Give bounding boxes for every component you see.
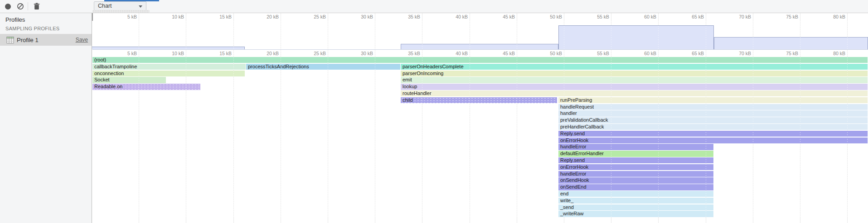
flame-frame[interactable]: write_ <box>558 198 713 204</box>
flame-frame[interactable]: parserOnIncoming <box>401 71 868 76</box>
flame-frame[interactable]: _writeRaw <box>558 211 713 217</box>
flame-frame[interactable]: handler <box>558 110 868 116</box>
axis-tick-label: 20 kB <box>247 51 279 56</box>
flame-frame[interactable]: end <box>558 191 713 197</box>
flame-frame[interactable]: Reply.send <box>558 131 868 137</box>
grid-line <box>139 13 139 223</box>
flame-frame[interactable]: onSendEnd <box>558 184 713 190</box>
axis-tick-label: 60 kB <box>625 14 656 19</box>
axis-tick-label: 75 kB <box>766 51 798 56</box>
axis-tick-label: 55 kB <box>577 51 609 56</box>
clear-icon <box>17 3 24 10</box>
axis-tick-label: 75 kB <box>766 14 798 19</box>
axis-tick-label: 35 kB <box>388 51 420 56</box>
axis-tick-label: 25 kB <box>294 14 326 19</box>
flame-frame[interactable]: emit <box>401 77 868 83</box>
flame-frame[interactable]: parserOnHeadersComplete <box>401 64 868 70</box>
axis-tick-label: 50 kB <box>530 51 562 56</box>
axis-tick-label: 20 kB <box>247 14 279 19</box>
flame-frame[interactable]: callbackTrampoline <box>92 64 246 70</box>
flame-frame[interactable]: handleRequest <box>558 104 868 110</box>
axis-origin-tick <box>92 13 93 21</box>
flame-frame[interactable]: Socket <box>92 77 166 83</box>
profile-table-icon <box>6 36 14 44</box>
grid-line <box>281 13 281 223</box>
axis-tick-label: 25 kB <box>294 51 326 56</box>
profiles-sidebar: Profiles SAMPLING PROFILES Profile 1 Sav… <box>0 13 92 223</box>
overview-segment <box>714 37 868 49</box>
panel-accent-line <box>104 0 159 1</box>
axis-tick-label: 65 kB <box>672 51 704 56</box>
save-profile-link[interactable]: Save <box>76 37 88 43</box>
flame-frame[interactable]: Reply.send <box>558 157 713 163</box>
profile-name: Profile 1 <box>17 37 39 43</box>
flame-frame[interactable]: onErrorHook <box>558 164 713 170</box>
axis-tick-label: 45 kB <box>483 14 515 19</box>
flame-frame[interactable]: onSendHook <box>558 177 713 183</box>
sampling-profiles-section-label: SAMPLING PROFILES <box>5 26 59 31</box>
devtools-memory-panel: (root)callbackTrampolineprocessTicksAndR… <box>0 0 868 223</box>
flame-frame[interactable]: _send <box>558 204 713 210</box>
flame-frame[interactable]: processTicksAndRejections <box>246 64 400 70</box>
axis-tick-label: 40 kB <box>436 51 468 56</box>
sidebar-item-profile-1[interactable]: Profile 1 Save <box>0 34 92 46</box>
axis-tick-label: 40 kB <box>436 14 468 19</box>
axis-tick-label: 5 kB <box>105 51 137 56</box>
view-mode-select[interactable]: Chart <box>94 1 146 10</box>
view-mode-value: Chart <box>98 3 112 9</box>
axis-tick-label: 10 kB <box>152 14 184 19</box>
overview-baseline <box>92 49 868 50</box>
delete-profile-button[interactable] <box>30 0 44 13</box>
axis-tick-label: 10 kB <box>152 51 184 56</box>
toolbar: Chart <box>0 0 868 13</box>
flame-frame[interactable]: routeHandler <box>401 90 868 96</box>
axis-tick-label: 70 kB <box>719 14 751 19</box>
overview-segment <box>558 25 714 49</box>
overview-segment <box>401 44 558 49</box>
axis-tick-label: 15 kB <box>200 51 232 56</box>
grid-line <box>186 13 186 223</box>
grid-line <box>375 13 375 223</box>
flame-frame[interactable]: onconnection <box>92 71 245 76</box>
flame-frame[interactable]: child <box>401 97 557 103</box>
flame-frame[interactable]: lookup <box>401 84 868 90</box>
axis-tick-label: 15 kB <box>200 14 232 19</box>
axis-tick-label: 5 kB <box>105 14 137 19</box>
axis-tick-label: 60 kB <box>625 51 656 56</box>
flame-frame[interactable]: Readable.on <box>92 84 200 90</box>
flame-frame[interactable]: handleError <box>558 144 713 150</box>
flame-frame[interactable]: onErrorHook <box>558 138 868 143</box>
flame-frame[interactable]: defaultErrorHandler <box>558 151 713 157</box>
clear-button[interactable] <box>14 0 27 13</box>
flame-frame[interactable]: handleError <box>558 171 713 177</box>
grid-line <box>233 13 234 223</box>
axis-tick-label: 30 kB <box>341 14 373 19</box>
axis-tick-label: 35 kB <box>388 14 420 19</box>
record-icon <box>5 4 11 9</box>
grid-line <box>328 13 328 223</box>
flame-frame[interactable]: preHandlerCallback <box>558 124 868 130</box>
trash-icon <box>34 3 40 10</box>
axis-tick-label: 70 kB <box>719 51 751 56</box>
flame-frame[interactable]: runPreParsing <box>558 97 868 103</box>
axis-tick-label: 65 kB <box>672 14 704 19</box>
record-button[interactable] <box>1 0 15 13</box>
flame-frame[interactable]: (root) <box>92 57 868 63</box>
toolbar-divider <box>28 2 28 10</box>
axis-tick-label: 80 kB <box>814 51 845 56</box>
axis-tick-label: 45 kB <box>483 51 515 56</box>
sidebar-heading: Profiles <box>5 16 25 23</box>
chart-scroll-thumb[interactable] <box>92 10 150 13</box>
axis-tick-label: 55 kB <box>577 14 609 19</box>
axis-tick-label: 80 kB <box>814 14 845 19</box>
axis-tick-label: 50 kB <box>530 14 562 19</box>
flame-frame[interactable]: preValidationCallback <box>558 117 868 123</box>
axis-tick-label: 30 kB <box>341 51 373 56</box>
chevron-down-icon <box>139 5 142 8</box>
